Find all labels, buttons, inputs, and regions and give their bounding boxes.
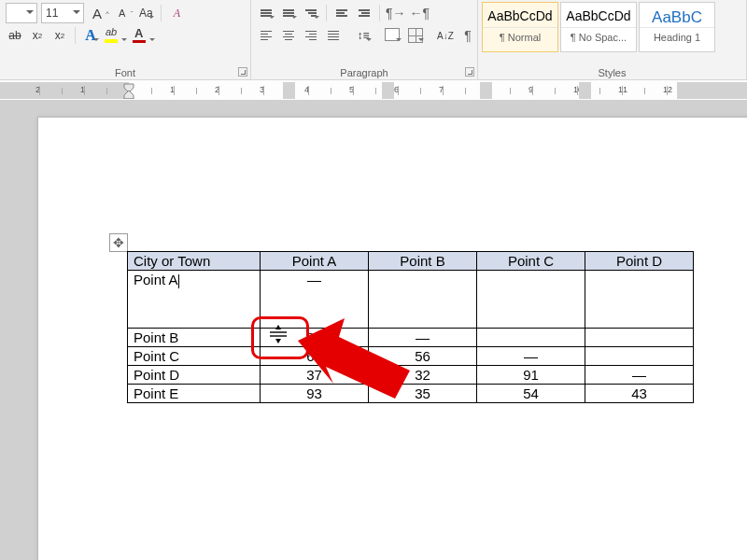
group-styles: AaBbCcDd ¶ Normal AaBbCcDd ¶ No Spac... … (478, 0, 747, 79)
value-cell[interactable] (477, 271, 585, 329)
table-header: Point B (369, 252, 477, 271)
value-cell[interactable]: 56 (369, 347, 477, 366)
value-cell[interactable] (585, 347, 694, 366)
horizontal-ruler[interactable]: 2112345678910111213 (0, 80, 747, 102)
value-cell[interactable]: 35 (369, 385, 477, 403)
group-label-paragraph: Paragraph (251, 67, 477, 79)
group-font: 11 A^ Aˇ Aa A ab x2 x2 A ab A Font (0, 0, 251, 79)
table-header: Point C (477, 252, 585, 271)
style-heading-1[interactable]: AaBbC Heading 1 (639, 2, 715, 52)
value-cell[interactable]: — (477, 347, 585, 366)
change-case-button[interactable]: Aa (136, 4, 155, 22)
table-move-handle[interactable]: ✥ (109, 233, 128, 252)
font-color-button[interactable]: A (132, 26, 156, 45)
value-cell[interactable]: 91 (477, 366, 585, 385)
table-row[interactable]: Point B87— (128, 329, 694, 347)
decrease-indent-button[interactable] (332, 4, 351, 22)
group-label-font: Font (0, 67, 250, 79)
annotation-highlight-box (251, 316, 309, 359)
table-row[interactable]: Point E93355443 (128, 385, 694, 403)
clear-formatting-button[interactable]: A (167, 4, 186, 22)
row-label-cell[interactable]: Point A (128, 271, 261, 329)
group-label-styles: Styles (478, 67, 746, 79)
align-left-button[interactable] (257, 26, 275, 45)
font-dialog-launcher[interactable] (238, 67, 247, 77)
borders-button[interactable] (406, 26, 425, 45)
line-spacing-button[interactable]: ↕≡ (354, 26, 373, 45)
value-cell[interactable] (477, 329, 585, 347)
ltr-button[interactable]: ¶→ (386, 4, 406, 22)
superscript-button[interactable]: x2 (50, 26, 69, 45)
increase-indent-button[interactable] (355, 4, 374, 22)
row-label-cell[interactable]: Point B (128, 329, 261, 347)
style-no-spacing[interactable]: AaBbCcDd ¶ No Spac... (560, 2, 637, 52)
rtl-button[interactable]: ←¶ (410, 4, 430, 22)
show-hide-button[interactable]: ¶ (458, 26, 477, 45)
row-label-cell[interactable]: Point C (128, 347, 261, 366)
shrink-font-button[interactable]: A (113, 4, 132, 22)
text-caret (178, 274, 179, 288)
distance-table[interactable]: City or Town Point A Point B Point C Poi… (127, 251, 694, 403)
multilevel-button[interactable] (302, 4, 320, 22)
grow-font-button[interactable]: A (88, 4, 106, 22)
value-cell[interactable]: 37 (261, 366, 369, 385)
highlight-button[interactable]: ab (104, 26, 128, 45)
bullets-button[interactable] (257, 4, 275, 22)
font-name-combo[interactable] (6, 3, 37, 23)
value-cell[interactable]: 93 (261, 385, 369, 403)
value-cell[interactable] (369, 271, 477, 329)
value-cell[interactable]: 54 (477, 385, 585, 403)
table-header: City or Town (128, 252, 261, 271)
table-row[interactable]: Point D373291— (128, 366, 694, 385)
align-right-button[interactable] (302, 26, 320, 45)
paragraph-dialog-launcher[interactable] (465, 67, 474, 77)
justify-button[interactable] (324, 26, 343, 45)
table-header: Point D (585, 252, 694, 271)
align-center-button[interactable] (279, 26, 298, 45)
table-row[interactable]: Point A— (128, 271, 694, 329)
value-cell[interactable] (585, 329, 694, 347)
group-paragraph: ¶→ ←¶ ↕≡ A↓Z ¶ Paragraph (251, 0, 478, 79)
subscript-button[interactable]: x2 (28, 26, 47, 45)
document-area[interactable]: ✥ City or Town Point A Point B Point C P… (0, 100, 747, 560)
value-cell[interactable]: — (585, 366, 694, 385)
font-size-combo[interactable]: 11 (41, 3, 84, 23)
numbering-button[interactable] (279, 4, 298, 22)
svg-marker-1 (124, 91, 134, 99)
strikethrough-button[interactable]: ab (6, 26, 24, 45)
row-label-cell[interactable]: Point E (128, 385, 261, 403)
value-cell[interactable]: 32 (369, 366, 477, 385)
page: ✥ City or Town Point A Point B Point C P… (37, 117, 747, 560)
table-header: Point A (261, 252, 369, 271)
shading-button[interactable] (384, 26, 402, 45)
style-normal[interactable]: AaBbCcDd ¶ Normal (482, 2, 558, 52)
table-row[interactable]: Point C6456— (128, 347, 694, 366)
text-effects-button[interactable]: A (81, 26, 100, 45)
value-cell[interactable]: — (369, 329, 477, 347)
sort-button[interactable]: A↓Z (436, 26, 455, 45)
value-cell[interactable] (585, 271, 694, 329)
table-header-row: City or Town Point A Point B Point C Poi… (128, 252, 694, 271)
value-cell[interactable]: 43 (585, 385, 694, 403)
ribbon: 11 A^ Aˇ Aa A ab x2 x2 A ab A Font (0, 0, 747, 80)
hanging-indent-marker[interactable] (122, 90, 135, 99)
row-label-cell[interactable]: Point D (128, 366, 261, 385)
